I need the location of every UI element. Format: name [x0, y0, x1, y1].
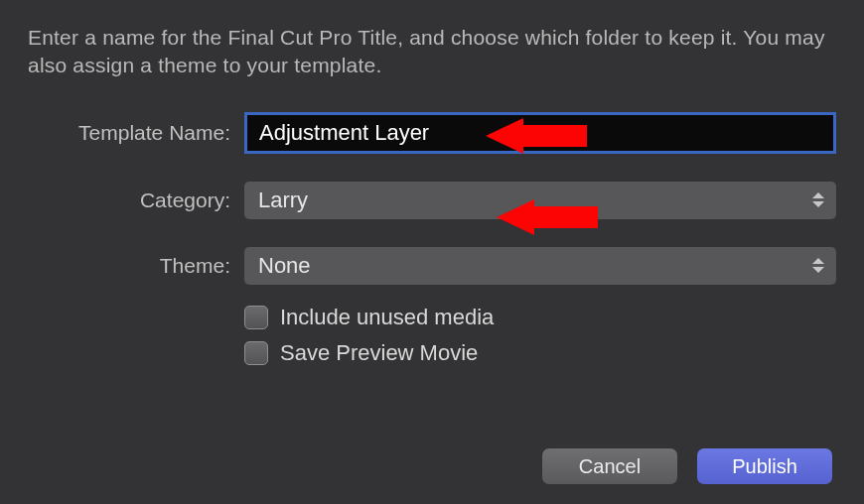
save-preview-checkbox[interactable] — [244, 341, 268, 365]
label-theme: Theme: — [28, 254, 244, 278]
theme-select[interactable]: None — [244, 247, 836, 285]
cancel-button[interactable]: Cancel — [542, 448, 677, 484]
label-category: Category: — [28, 189, 244, 212]
stepper-icon — [812, 255, 826, 277]
dialog-instruction: Enter a name for the Final Cut Pro Title… — [28, 24, 836, 80]
stepper-icon — [812, 189, 826, 211]
category-select[interactable]: Larry — [244, 182, 836, 219]
include-unused-label: Include unused media — [280, 305, 494, 330]
row-category: Category: Larry — [28, 182, 836, 219]
category-value: Larry — [258, 188, 308, 213]
row-save-preview: Save Preview Movie — [28, 340, 836, 366]
save-preview-label: Save Preview Movie — [280, 340, 478, 366]
template-name-input[interactable] — [244, 112, 836, 154]
row-include-unused: Include unused media — [28, 305, 836, 330]
row-template-name: Template Name: — [28, 112, 836, 154]
button-bar: Cancel Publish — [542, 448, 832, 484]
include-unused-checkbox[interactable] — [244, 306, 268, 329]
label-template-name: Template Name: — [28, 121, 244, 145]
publish-button[interactable]: Publish — [697, 448, 832, 484]
row-theme: Theme: None — [28, 247, 836, 285]
theme-value: None — [258, 253, 311, 279]
